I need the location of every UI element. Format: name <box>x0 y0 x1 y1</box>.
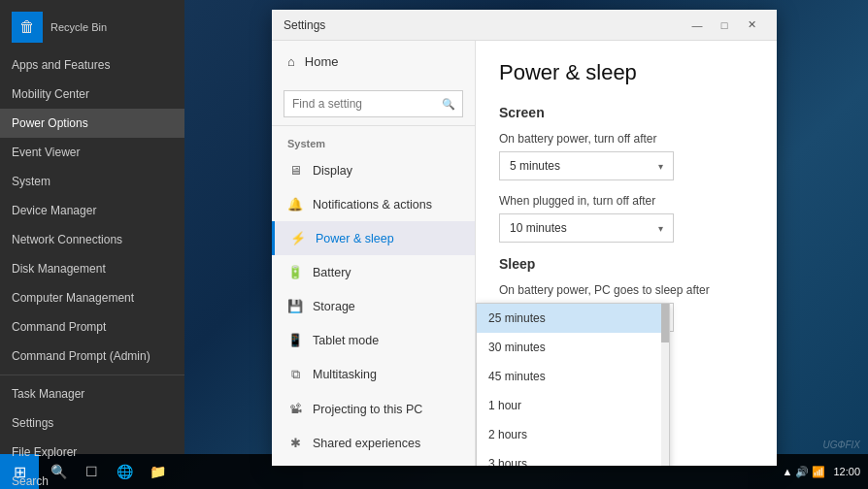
nav-display[interactable]: 🖥 Display <box>272 153 475 187</box>
minimize-button[interactable]: — <box>684 12 711 39</box>
dropdown-item-45min[interactable]: 45 minutes <box>477 362 669 391</box>
nav-notifications[interactable]: 🔔 Notifications & actions <box>272 187 475 221</box>
dropdown-scrollbar[interactable] <box>661 304 669 466</box>
multitasking-icon: ⧉ <box>287 367 303 382</box>
nav-battery-label: Battery <box>313 266 351 279</box>
nav-shared-experiences[interactable]: ✱ Shared experiences <box>272 426 475 460</box>
nav-display-label: Display <box>313 164 352 178</box>
nav-multitasking-label: Multitasking <box>313 368 377 381</box>
cm-search[interactable]: Search <box>0 467 184 489</box>
dropdown-item-1hour[interactable]: 1 hour <box>477 391 669 420</box>
clock: 12:00 <box>833 466 860 477</box>
battery-screen-select[interactable]: 5 minutes ▾ <box>499 151 674 180</box>
dropdown-item-30min[interactable]: 30 minutes <box>477 333 669 362</box>
dropdown-item-2hours[interactable]: 2 hours <box>477 420 669 449</box>
cm-power-options[interactable]: Power Options <box>0 109 184 138</box>
cm-file-explorer[interactable]: File Explorer <box>0 438 184 467</box>
chevron-down-icon-2: ▾ <box>658 223 663 234</box>
desktop: 🗑 Recycle Bin Apps and Features Mobility… <box>0 0 868 489</box>
window-titlebar: Settings — □ ✕ <box>272 10 777 41</box>
cm-event-viewer[interactable]: Event Viewer <box>0 138 184 167</box>
nav-shared-label: Shared experiences <box>313 437 420 450</box>
cm-network-connections[interactable]: Network Connections <box>0 225 184 254</box>
battery-screen-value: 5 minutes <box>510 159 560 173</box>
shared-icon: ✱ <box>287 436 303 450</box>
nav-power-sleep[interactable]: ⚡ Power & sleep <box>272 221 475 255</box>
nav-multitasking[interactable]: ⧉ Multitasking <box>272 357 475 392</box>
cm-computer-management[interactable]: Computer Management <box>0 283 184 312</box>
cm-settings[interactable]: Settings <box>0 408 184 438</box>
window-title: Settings <box>284 18 325 32</box>
cm-device-manager[interactable]: Device Manager <box>0 196 184 225</box>
cm-mobility-center[interactable]: Mobility Center <box>0 80 184 109</box>
power-icon: ⚡ <box>290 231 306 245</box>
nav-notifications-label: Notifications & actions <box>313 198 432 212</box>
search-wrapper: 🔍 <box>284 90 463 117</box>
page-title: Power & sleep <box>499 60 753 85</box>
recycle-bin-icon: 🗑 <box>12 12 43 43</box>
plugged-screen-label: When plugged in, turn off after <box>499 194 753 208</box>
plugged-screen-value: 10 minutes <box>510 221 567 235</box>
projecting-icon: 📽 <box>287 402 303 416</box>
battery-icon: 🔋 <box>287 265 303 279</box>
context-menu: 🗑 Recycle Bin Apps and Features Mobility… <box>0 0 184 454</box>
nav-storage[interactable]: 💾 Storage <box>272 289 475 323</box>
nav-tablet-label: Tablet mode <box>313 334 379 347</box>
nav-storage-label: Storage <box>313 300 355 313</box>
close-button[interactable]: ✕ <box>738 12 765 39</box>
notifications-icon: 🔔 <box>287 197 303 212</box>
cm-task-manager[interactable]: Task Manager <box>0 379 184 408</box>
dropdown-item-3hours[interactable]: 3 hours <box>477 449 669 466</box>
chevron-down-icon: ▾ <box>658 161 663 172</box>
search-icon: 🔍 <box>442 98 455 111</box>
system-tray: ▲ 🔊 📶 <box>782 466 825 478</box>
cm-command-prompt-admin[interactable]: Command Prompt (Admin) <box>0 342 184 371</box>
cm-system[interactable]: System <box>0 167 184 196</box>
settings-body: ⌂ Home 🔍 System 🖥 Display 🔔 Notificati <box>272 41 777 466</box>
dropdown-item-25min[interactable]: 25 minutes <box>477 304 669 333</box>
nav-projecting[interactable]: 📽 Projecting to this PC <box>272 392 475 426</box>
display-icon: 🖥 <box>287 163 303 178</box>
settings-content: Power & sleep Screen On battery power, t… <box>476 41 777 466</box>
cm-disk-management[interactable]: Disk Management <box>0 254 184 283</box>
search-input[interactable] <box>284 90 463 117</box>
nav-tablet-mode[interactable]: 📱 Tablet mode <box>272 323 475 357</box>
sleep-dropdown: 25 minutes 30 minutes 45 minutes 1 hour … <box>476 303 670 466</box>
sleep-section-title: Sleep <box>499 256 753 272</box>
battery-screen-label: On battery power, turn off after <box>499 132 753 146</box>
storage-icon: 💾 <box>287 299 303 313</box>
settings-nav: ⌂ Home 🔍 System 🖥 Display 🔔 Notificati <box>272 41 476 466</box>
screen-section-title: Screen <box>499 105 753 120</box>
maximize-button[interactable]: □ <box>711 12 738 39</box>
nav-projecting-label: Projecting to this PC <box>313 403 422 416</box>
nav-search: 🔍 <box>272 82 475 126</box>
window-controls: — □ ✕ <box>684 12 765 39</box>
context-menu-header: 🗑 Recycle Bin <box>0 0 184 50</box>
nav-section-title: System <box>272 126 475 153</box>
scrollbar-thumb <box>661 304 669 342</box>
watermark: UGФFIX <box>822 440 860 450</box>
nav-power-label: Power & sleep <box>316 232 394 245</box>
home-icon: ⌂ <box>287 54 295 69</box>
sleep-battery-label: On battery power, PC goes to sleep after <box>499 283 753 297</box>
nav-home-label: Home <box>305 54 339 69</box>
cm-command-prompt[interactable]: Command Prompt <box>0 312 184 342</box>
tablet-icon: 📱 <box>287 333 303 347</box>
plugged-screen-select[interactable]: 10 minutes ▾ <box>499 213 674 243</box>
context-menu-title: Recycle Bin <box>50 21 107 33</box>
taskbar-right: ▲ 🔊 📶 12:00 <box>782 466 868 478</box>
nav-battery[interactable]: 🔋 Battery <box>272 255 475 289</box>
settings-window: Settings — □ ✕ ⌂ Home 🔍 <box>272 10 777 466</box>
cm-apps-features[interactable]: Apps and Features <box>0 50 184 80</box>
nav-home[interactable]: ⌂ Home <box>272 41 475 82</box>
divider-1 <box>0 375 184 375</box>
